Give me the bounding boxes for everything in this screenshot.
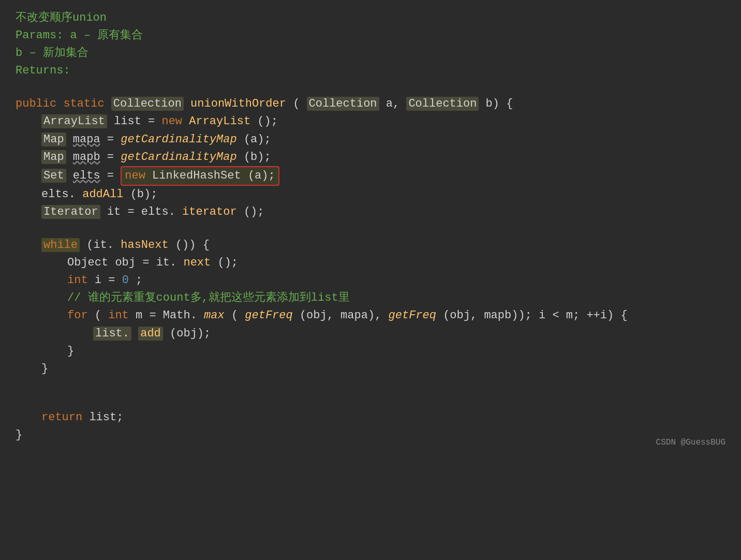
method-signature: public static Collection unionWithOrder … (16, 95, 725, 113)
set-elts-line: Set elts = new LinkedHashSet (a); (41, 166, 725, 186)
arraylist-line: ArrayList list = new ArrayList (); (41, 113, 725, 130)
comment-line-3: b – 新加集合 (16, 45, 725, 62)
linkedhashset-highlight: new LinkedHashSet (a); (121, 166, 279, 186)
int-i-line: int i = 0 ; (67, 272, 725, 289)
object-obj-line: Object obj = it. next (); (67, 254, 725, 272)
watermark: CSDN @GuessBUG (656, 436, 725, 449)
return-line: return list; (41, 409, 725, 426)
map-mapb-line: Map mapb = getCardinalityMap (b); (41, 149, 725, 166)
while-line: while (it. hasNext ()) { (41, 237, 725, 254)
list-add-line: list. add (obj); (93, 325, 725, 343)
comment-line-4: Returns: (16, 62, 725, 80)
inner-comment-line: // 谁的元素重复count多,就把这些元素添加到list里 (67, 289, 725, 307)
close-while-brace: } (41, 360, 725, 378)
close-for-brace: } (67, 343, 725, 360)
map-mapa-line: Map mapa = getCardinalityMap (a); (41, 131, 725, 149)
iterator-line: Iterator it = elts. iterator (); (41, 203, 725, 221)
close-method-brace: } (16, 426, 725, 444)
comment-line-1: 不改变顺序union (16, 9, 725, 27)
elts-addall-line: elts. addAll (b); (41, 186, 725, 203)
code-container: 不改变顺序union Params: a – 原有集合 b – 新加集合 Ret… (0, 0, 741, 460)
comment-line-2: Params: a – 原有集合 (16, 27, 725, 45)
for-loop-line: for ( int m = Math. max ( getFreq (obj, … (67, 307, 725, 325)
